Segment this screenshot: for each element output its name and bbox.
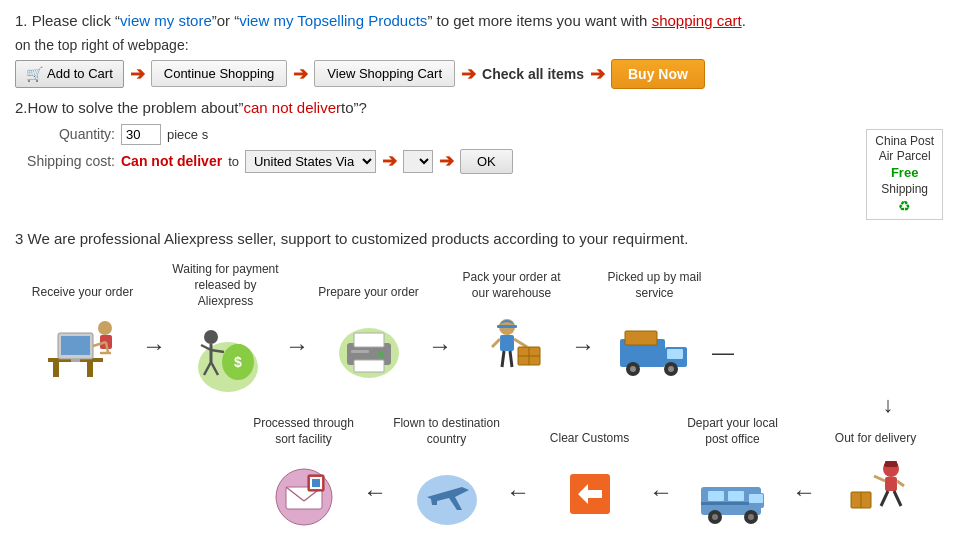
svg-rect-39 (667, 349, 683, 359)
row1-arrow2: → (283, 299, 311, 358)
step6-label: Out for delivery (835, 417, 916, 447)
section1-number: 1. (15, 12, 28, 29)
svg-point-63 (748, 514, 754, 520)
svg-rect-58 (708, 491, 724, 501)
step9-icon (404, 452, 489, 532)
arrow1-icon: ➔ (130, 63, 145, 85)
svg-rect-4 (61, 336, 90, 355)
section2-number: 2. (15, 99, 28, 116)
buy-now-button[interactable]: Buy Now (611, 59, 705, 89)
step-out-delivery: Out for delivery (818, 417, 933, 532)
shipping-cost-label: Shipping cost: (15, 153, 115, 169)
arrow3-icon: ➔ (461, 63, 476, 85)
shipping-word: Shipping (881, 182, 928, 198)
svg-rect-59 (728, 491, 744, 501)
vert-arrow-icon: ↓ (873, 394, 903, 416)
section2: 2.How to solve the problem about”can not… (15, 99, 943, 221)
step-pack: Pack your order at our warehouse (454, 270, 569, 386)
continue-shopping-button[interactable]: Continue Shopping (151, 60, 288, 87)
svg-line-32 (502, 351, 504, 367)
cannot-deliver-title: can not deliver (243, 99, 341, 116)
china-post-line2: Air Parcel (879, 149, 931, 165)
svg-rect-44 (625, 331, 657, 345)
van-icon (693, 455, 773, 530)
free-shipping-icon: ♻ (898, 197, 911, 215)
step8-icon (547, 452, 632, 532)
svg-line-51 (881, 491, 888, 506)
row2-arrow1: ← (790, 445, 818, 504)
row2-arrow4: ← (361, 445, 389, 504)
printer-icon (329, 308, 409, 383)
method-select[interactable] (403, 150, 433, 173)
section1-text-before: Please click “ (32, 12, 120, 29)
svg-point-12 (204, 330, 218, 344)
quantity-label: Quantity: (15, 126, 115, 142)
svg-point-43 (668, 366, 674, 372)
view-store-link[interactable]: view my store (120, 12, 212, 29)
section2-right: China Post Air Parcel Free Shipping ♻ (846, 129, 943, 221)
step9-label: Flown to destination country (389, 416, 504, 447)
section1-text-end: . (742, 12, 746, 29)
section3-number: 3 (15, 230, 23, 247)
continue-shopping-label: Continue Shopping (164, 66, 275, 81)
china-post-line1: China Post (875, 134, 934, 150)
svg-line-49 (874, 476, 885, 481)
check-all-text: Check all items (482, 66, 584, 82)
svg-point-19 (231, 344, 245, 354)
arrow4-icon: ➔ (590, 63, 605, 85)
add-to-cart-button[interactable]: 🛒 Add to Cart (15, 60, 124, 88)
svg-rect-29 (500, 335, 514, 351)
step-sort: Processed through sort facility (246, 416, 361, 532)
step-customs: Clear Customs (532, 417, 647, 532)
us-via-select[interactable]: United States Via (245, 150, 376, 173)
svg-rect-5 (71, 359, 80, 362)
to-text: to (228, 154, 239, 169)
step5-label: Picked up by mail service (597, 270, 712, 301)
worker-package-icon (472, 309, 552, 384)
quantity-row: Quantity: piece s (15, 124, 816, 145)
quantity-input[interactable] (121, 124, 161, 145)
svg-rect-47 (885, 461, 897, 465)
svg-point-61 (712, 514, 718, 520)
person-computer-icon (43, 308, 123, 383)
svg-line-52 (894, 491, 901, 506)
step4-label: Pack your order at our warehouse (454, 270, 569, 301)
view-cart-label: View Shopping Cart (327, 66, 442, 81)
piece-label: piece s (167, 127, 208, 142)
buy-now-label: Buy Now (628, 66, 688, 82)
svg-rect-1 (53, 362, 59, 377)
arrow6-icon: ➔ (439, 150, 454, 172)
page-container: 1. Please click “view my store”or “view … (0, 0, 958, 545)
svg-rect-48 (885, 477, 897, 491)
section1-text-mid1: ”or “ (212, 12, 240, 29)
row1: Receive your order (25, 262, 933, 394)
shopping-cart-link[interactable]: shopping cart (652, 12, 742, 29)
row2-arrow2: ← (647, 445, 675, 504)
svg-rect-57 (749, 494, 763, 503)
cannot-deliver-text: Can not deliver (121, 153, 222, 169)
svg-rect-26 (351, 350, 369, 353)
view-cart-button[interactable]: View Shopping Cart (314, 60, 455, 87)
svg-line-31 (514, 339, 527, 347)
step1-label: Receive your order (32, 271, 133, 301)
row1-arrow3: → (426, 299, 454, 358)
svg-point-6 (98, 321, 112, 335)
step1-icon (40, 306, 125, 386)
step-payment: Waiting for payment released by Aliexpre… (168, 262, 283, 394)
free-label: Free (891, 165, 918, 182)
delivery-person-icon (836, 454, 916, 529)
row2: Out for delivery (25, 416, 933, 532)
svg-text:$: $ (234, 354, 242, 370)
row2-arrow3: ← (504, 445, 532, 504)
add-to-cart-label: Add to Cart (47, 66, 113, 81)
step4-icon (469, 306, 554, 386)
step-prepare: Prepare your order (311, 271, 426, 386)
ok-button[interactable]: OK (460, 149, 513, 174)
section2-inner: Quantity: piece s Shipping cost: Can not… (15, 124, 943, 221)
svg-rect-75 (312, 479, 320, 487)
svg-line-50 (897, 481, 904, 486)
section1-title: 1. Please click “view my store”or “view … (15, 10, 943, 33)
svg-point-41 (630, 366, 636, 372)
process-flow: Receive your order (15, 257, 943, 537)
topselling-link[interactable]: view my Topselling Products (239, 12, 427, 29)
